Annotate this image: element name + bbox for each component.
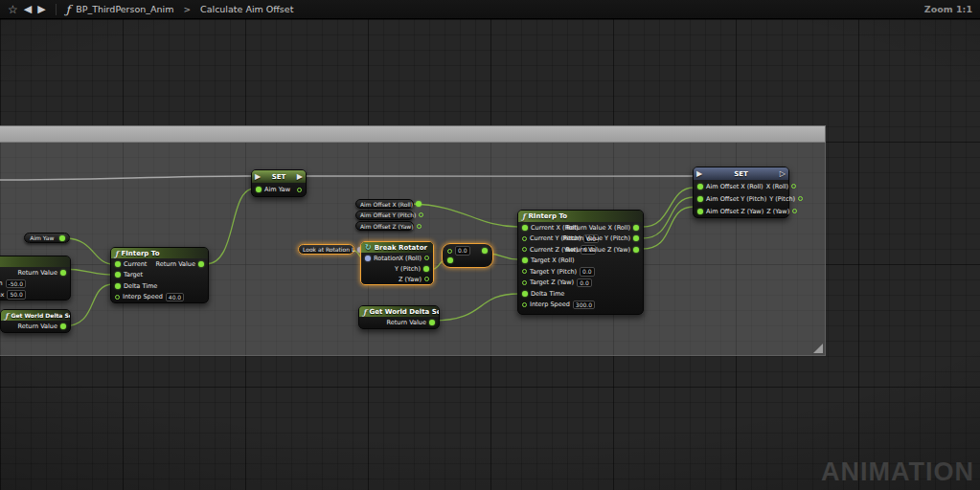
set-aim-yaw-exec-in-pin[interactable] <box>255 171 261 182</box>
set-aim-offset-z-in-pin[interactable] <box>697 209 703 214</box>
get-aim-yaw-label: Aim Yaw <box>30 234 54 241</box>
function-icon: ƒ <box>5 311 8 321</box>
node-get-world-delta-seconds-left[interactable]: ƒ Get World Delta Seconds Return Value <box>0 309 71 333</box>
node-break-rotator[interactable]: ↻ Break Rotator X (Roll) Y (Pitch) Z (Ya… <box>360 241 434 285</box>
node-get-aim-offset-x[interactable]: Aim Offset X (Roll) <box>355 199 414 209</box>
wire-aim-yaw-to-current[interactable] <box>67 238 113 264</box>
rinterp-target-x-pin[interactable] <box>522 257 528 263</box>
gwds-bottom-return-label: Return Value <box>387 319 427 326</box>
rinterp-current-x-pin[interactable] <box>522 225 528 231</box>
rinterp-deltatime-pin[interactable] <box>522 291 528 297</box>
break-rotator-title: Break Rotator <box>375 244 427 252</box>
node-rinterp-to[interactable]: ƒ RInterp To Return Value X (Roll) Retur… <box>517 210 644 315</box>
wire-return-z-to-set[interactable] <box>643 207 694 249</box>
finterp-interpspeed-pin[interactable] <box>115 295 120 300</box>
gwds-left-title: Get World Delta Seconds <box>11 312 70 319</box>
clamp-max-label: Max <box>0 291 4 299</box>
set-aim-yaw-title: SET <box>272 173 286 181</box>
break-rotator-x-label: X (Roll) <box>399 255 422 262</box>
node-get-aim-yaw[interactable]: Aim Yaw <box>24 233 70 243</box>
node-set-aim-offset[interactable]: SET Aim Offset X (Roll) X (Roll) Aim Off… <box>693 167 789 218</box>
clamp-max-value[interactable]: 50.0 <box>7 290 25 300</box>
set-aim-offset-y-in-pin[interactable] <box>697 196 703 202</box>
wire-delta-seconds-to-rinterp[interactable] <box>433 294 518 321</box>
zoom-level-label: Zoom 1:1 <box>924 0 972 19</box>
node-float-math[interactable]: 0.0 <box>442 243 493 268</box>
node-set-aim-yaw[interactable]: SET Aim Yaw <box>251 169 307 197</box>
break-rotator-y-pin[interactable] <box>423 266 429 272</box>
clamp-return-pin[interactable] <box>60 270 66 276</box>
clamp-min-value[interactable]: -50.0 <box>6 279 27 289</box>
set-aim-offset-x-in-pin[interactable] <box>697 184 703 189</box>
finterp-current-pin[interactable] <box>115 261 121 267</box>
set-aim-offset-exec-out-pin[interactable] <box>780 168 786 179</box>
function-icon: ƒ <box>66 0 70 19</box>
set-aim-offset-z-in-label: Aim Offset Z (Yaw) <box>706 208 763 215</box>
gwds-bottom-return-pin[interactable] <box>429 320 435 325</box>
float-node-output-pin[interactable] <box>482 248 488 254</box>
float-node-value[interactable]: 0.0 <box>455 246 470 256</box>
set-aim-offset-y-out-label: Y (Pitch) <box>769 195 795 203</box>
break-rotator-x-pin[interactable] <box>424 256 429 260</box>
nav-back-icon[interactable]: ◀ <box>24 0 32 19</box>
rinterp-current-y-pin[interactable] <box>522 236 527 241</box>
wire-exec-in-set-aim-yaw[interactable] <box>0 176 252 180</box>
get-aim-offset-y-label: Aim Offset Y (Pitch) <box>360 212 416 218</box>
rinterp-return-z-label: Return Value Z (Yaw) <box>565 246 630 254</box>
break-rotator-z-label: Z (Yaw) <box>399 276 422 283</box>
finterp-return-pin[interactable] <box>198 261 204 267</box>
break-rotator-rotation-pin[interactable] <box>365 256 371 261</box>
function-icon: ƒ <box>522 212 525 221</box>
rinterp-target-y-pin[interactable] <box>522 269 527 274</box>
rinterp-deltatime-label: Delta Time <box>531 290 564 298</box>
blueprint-graph-canvas[interactable]: Aim Yaw Return Value Min -50.0 Max 50.0 … <box>0 19 980 490</box>
toolbar-divider <box>56 4 57 15</box>
get-aim-yaw-output-pin[interactable] <box>59 235 65 241</box>
finterp-interpspeed-value[interactable]: 40.0 <box>166 293 184 302</box>
rinterp-return-x-label: Return Value X (Roll) <box>566 224 630 232</box>
node-clamp[interactable]: Return Value Min -50.0 Max 50.0 <box>0 256 71 301</box>
set-aim-offset-z-out-label: Z (Yaw) <box>766 208 789 215</box>
breadcrumb-current[interactable]: Calculate Aim Offset <box>200 4 293 14</box>
rinterp-return-y-label: Return Value Y (Pitch) <box>563 234 630 242</box>
rinterp-return-y-pin[interactable] <box>633 235 639 241</box>
set-aim-offset-exec-in-pin[interactable] <box>696 168 702 179</box>
break-rotator-z-pin[interactable] <box>424 277 429 281</box>
rinterp-return-x-pin[interactable] <box>633 225 639 231</box>
node-finterp-to[interactable]: ƒ FInterp To Return Value Current Target… <box>110 247 209 303</box>
breadcrumb-separator: > <box>183 5 191 14</box>
finterp-deltatime-label: Delta Time <box>124 282 157 290</box>
rinterp-interpspeed-label: Interp Speed <box>530 301 570 308</box>
rinterp-current-z-pin[interactable] <box>522 247 527 252</box>
node-get-aim-offset-z[interactable]: Aim Offset Z (Yaw) <box>355 221 414 231</box>
wire-aim-offset-x-to-rinterp[interactable] <box>411 204 518 227</box>
set-aim-yaw-output-pin[interactable] <box>297 188 302 192</box>
rinterp-interpspeed-pin[interactable] <box>522 302 527 307</box>
set-aim-yaw-input-pin[interactable] <box>256 187 262 192</box>
rinterp-interpspeed-value[interactable]: 300.0 <box>573 301 595 310</box>
rinterp-target-z-value[interactable]: 0.0 <box>577 278 592 288</box>
finterp-deltatime-pin[interactable] <box>115 283 121 289</box>
node-get-aim-offset-y[interactable]: Aim Offset Y (Pitch) <box>355 211 414 220</box>
nav-forward-icon[interactable]: ▶ <box>37 0 45 19</box>
set-aim-offset-x-out-label: X (Roll) <box>766 183 788 190</box>
node-get-world-delta-seconds[interactable]: ƒ Get World Delta Seconds Return Value <box>358 305 440 329</box>
finterp-current-label: Current <box>124 260 147 268</box>
rinterp-target-y-value[interactable]: 0.0 <box>580 267 595 277</box>
float-node-input-a-pin[interactable] <box>447 249 452 254</box>
set-aim-yaw-exec-out-pin[interactable] <box>297 171 303 182</box>
finterp-target-pin[interactable] <box>115 272 121 278</box>
get-aim-offset-z-pin[interactable] <box>417 224 422 229</box>
wire-finterp-to-set[interactable] <box>206 189 254 264</box>
gwds-left-return-pin[interactable] <box>60 323 66 329</box>
float-node-input-b-pin[interactable] <box>447 257 453 263</box>
set-aim-yaw-input-label: Aim Yaw <box>264 186 290 193</box>
function-icon: ƒ <box>115 249 118 258</box>
node-look-at-rotation[interactable]: Look at Rotation L <box>298 244 354 255</box>
rinterp-target-z-label: Target Z (Yaw) <box>530 278 574 286</box>
favorite-star-icon[interactable]: ☆ <box>8 0 18 19</box>
set-aim-offset-y-in-label: Aim Offset Y (Pitch) <box>706 195 766 203</box>
rinterp-target-z-pin[interactable] <box>522 280 527 285</box>
breadcrumb-root[interactable]: BP_ThirdPerson_Anim <box>76 4 173 14</box>
rinterp-return-z-pin[interactable] <box>633 247 639 253</box>
